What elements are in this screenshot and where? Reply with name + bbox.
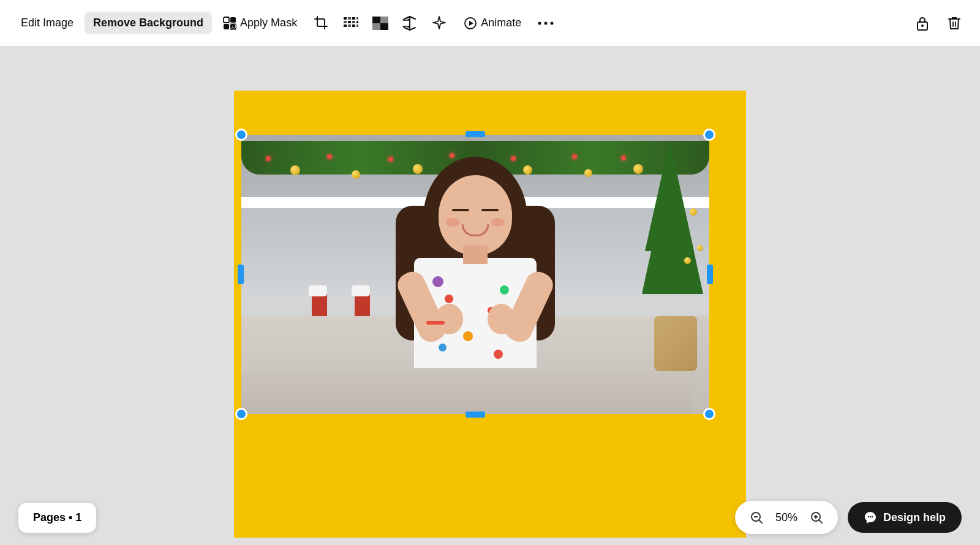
delete-button[interactable] bbox=[941, 10, 968, 37]
ornament bbox=[352, 170, 360, 179]
transparency-icon bbox=[372, 17, 388, 30]
pillow bbox=[654, 316, 697, 371]
svg-rect-14 bbox=[344, 24, 347, 27]
sparkle-button[interactable] bbox=[426, 10, 453, 37]
zoom-out-button[interactable] bbox=[745, 506, 768, 529]
resize-handle-top[interactable] bbox=[466, 131, 485, 137]
svg-rect-8 bbox=[352, 17, 355, 20]
photo-scene bbox=[241, 135, 709, 414]
canvas-area: Pages • 1 50% bbox=[0, 47, 980, 545]
transparency-button[interactable] bbox=[367, 10, 394, 37]
resize-handle-top-right[interactable] bbox=[703, 129, 715, 141]
svg-rect-2 bbox=[224, 24, 229, 29]
svg-point-38 bbox=[868, 516, 869, 517]
apply-mask-icon: + bbox=[223, 17, 236, 30]
svg-rect-10 bbox=[344, 21, 347, 23]
flip-button[interactable] bbox=[396, 10, 423, 37]
ornament bbox=[290, 165, 300, 175]
flip-icon bbox=[402, 15, 418, 31]
svg-rect-19 bbox=[380, 23, 388, 30]
design-help-button[interactable]: Design help bbox=[848, 502, 962, 533]
resize-handle-bottom-left[interactable] bbox=[235, 408, 247, 420]
zoom-in-button[interactable] bbox=[805, 506, 828, 529]
svg-line-37 bbox=[819, 520, 822, 523]
crop-icon bbox=[314, 15, 330, 31]
christmas-tree bbox=[630, 135, 709, 318]
animate-icon bbox=[464, 17, 477, 30]
pages-button[interactable]: Pages • 1 bbox=[18, 503, 96, 533]
girl-figure bbox=[390, 157, 561, 389]
svg-rect-6 bbox=[344, 17, 347, 20]
zoom-controls: 50% bbox=[735, 501, 838, 534]
animate-button[interactable]: Animate bbox=[455, 12, 530, 35]
grid-button[interactable] bbox=[337, 10, 364, 37]
apply-mask-button[interactable]: + Apply Mask bbox=[214, 12, 306, 35]
svg-rect-11 bbox=[348, 21, 351, 23]
svg-rect-12 bbox=[352, 21, 355, 23]
more-icon bbox=[538, 21, 554, 26]
svg-point-25 bbox=[545, 21, 548, 24]
trash-icon bbox=[948, 15, 961, 31]
toolbar: Edit Image Remove Background + Apply Mas… bbox=[0, 0, 980, 47]
edit-image-button[interactable]: Edit Image bbox=[12, 12, 82, 34]
resize-handle-left[interactable] bbox=[238, 265, 244, 284]
chat-icon bbox=[864, 511, 877, 524]
svg-rect-21 bbox=[372, 23, 380, 30]
zoom-level: 50% bbox=[768, 511, 805, 524]
svg-rect-7 bbox=[348, 17, 351, 20]
svg-marker-23 bbox=[469, 21, 473, 26]
svg-rect-20 bbox=[380, 17, 388, 23]
zoom-in-icon bbox=[810, 511, 823, 524]
light bbox=[572, 154, 577, 159]
bracelet bbox=[426, 321, 445, 325]
resize-handle-bottom[interactable] bbox=[466, 412, 485, 418]
svg-point-26 bbox=[551, 21, 554, 24]
tree-ornament bbox=[684, 257, 691, 264]
light bbox=[327, 154, 332, 159]
svg-point-40 bbox=[872, 516, 873, 517]
image-container[interactable] bbox=[241, 135, 709, 414]
light bbox=[621, 156, 626, 160]
svg-point-28 bbox=[921, 24, 924, 27]
zoom-out-icon bbox=[750, 511, 763, 524]
sparkle-icon bbox=[431, 15, 447, 31]
svg-text:+: + bbox=[232, 24, 235, 29]
tree-ornament bbox=[697, 245, 703, 251]
light bbox=[266, 156, 271, 161]
svg-point-39 bbox=[870, 516, 871, 517]
resize-handle-bottom-right[interactable] bbox=[703, 408, 715, 420]
svg-rect-1 bbox=[230, 17, 236, 23]
svg-point-24 bbox=[538, 21, 541, 24]
svg-rect-18 bbox=[372, 17, 380, 23]
photo-canvas bbox=[241, 135, 709, 414]
design-help-label: Design help bbox=[883, 511, 946, 524]
face bbox=[439, 175, 512, 255]
ornament bbox=[584, 169, 592, 177]
crop-button[interactable] bbox=[308, 10, 335, 37]
more-options-button[interactable] bbox=[532, 10, 559, 37]
svg-rect-17 bbox=[356, 24, 358, 27]
tree-ornament bbox=[690, 208, 697, 216]
svg-rect-13 bbox=[356, 21, 358, 23]
remove-background-button[interactable]: Remove Background bbox=[85, 12, 212, 34]
grid-icon bbox=[343, 17, 359, 30]
background-card bbox=[234, 91, 746, 538]
svg-line-33 bbox=[759, 520, 762, 523]
svg-rect-9 bbox=[356, 17, 358, 20]
resize-handle-right[interactable] bbox=[707, 265, 713, 284]
resize-handle-top-left[interactable] bbox=[235, 129, 247, 141]
toolbar-right-actions bbox=[909, 10, 968, 37]
lock-button[interactable] bbox=[909, 10, 936, 37]
lock-icon bbox=[916, 15, 929, 31]
svg-rect-15 bbox=[348, 24, 351, 27]
svg-rect-16 bbox=[352, 24, 355, 27]
svg-rect-0 bbox=[224, 17, 229, 23]
